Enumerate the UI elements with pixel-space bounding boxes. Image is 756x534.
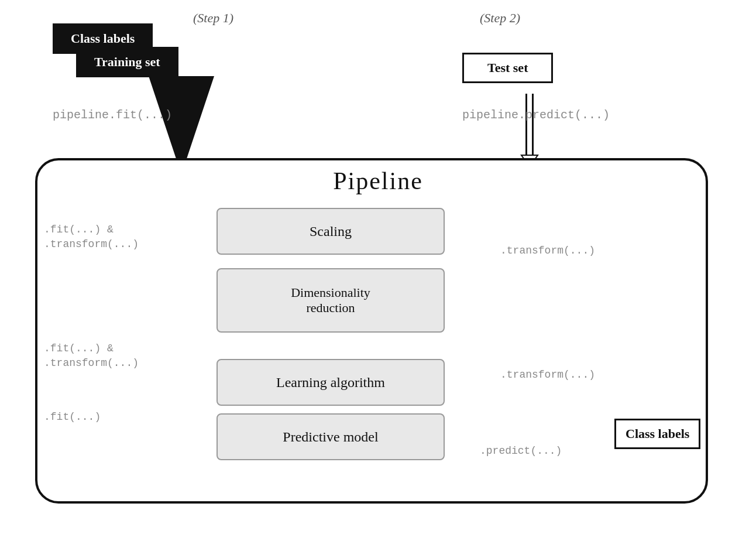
right-annotation-predict: .predict(...) <box>480 445 562 457</box>
class-labels-input-box: Class labels <box>53 23 153 54</box>
right-annotation-transform-1: .transform(...) <box>500 245 595 256</box>
pipeline-title: Pipeline <box>0 167 756 195</box>
pipeline-predict-label: pipeline.predict(...) <box>462 108 610 122</box>
pipeline-fit-label: pipeline.fit(...) <box>53 108 172 122</box>
dimensionality-reduction-box: Dimensionalityreduction <box>217 268 445 333</box>
diagram-container: (Step 1) (Step 2) Class labels Training … <box>0 0 756 534</box>
predictive-model-box: Predictive model <box>217 413 445 460</box>
dim-reduction-text: Dimensionalityreduction <box>291 285 370 316</box>
learning-algorithm-box: Learning algorithm <box>217 359 445 406</box>
step2-label: (Step 2) <box>480 11 520 26</box>
scaling-box: Scaling <box>217 208 445 255</box>
left-annotation-fit-transform-1: .fit(...) &.transform(...) <box>44 222 139 252</box>
left-annotation-fit: .fit(...) <box>44 410 101 425</box>
step1-label: (Step 1) <box>193 11 233 26</box>
right-annotation-transform-2: .transform(...) <box>500 369 595 381</box>
test-set-box: Test set <box>462 53 553 83</box>
class-labels-output-box: Class labels <box>614 419 700 449</box>
left-annotation-fit-transform-2: .fit(...) &.transform(...) <box>44 341 139 371</box>
